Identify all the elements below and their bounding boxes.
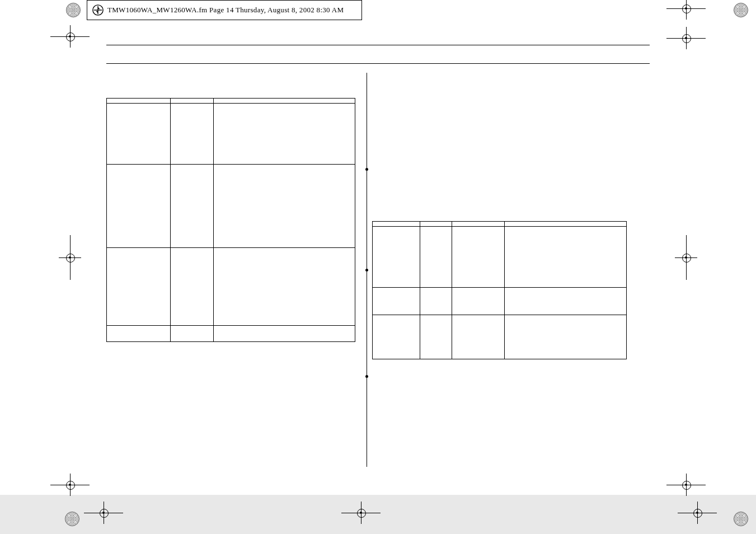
cell	[420, 315, 452, 359]
cell	[107, 248, 171, 326]
cell	[107, 165, 171, 248]
registration-mark-icon	[50, 25, 90, 48]
cell	[171, 326, 214, 342]
filename-text: TMW1060WA_MW1260WA.fm Page 14 Thursday, …	[107, 6, 344, 15]
registration-mark-icon	[341, 502, 381, 524]
cell	[214, 248, 355, 326]
registration-mark-icon	[50, 474, 90, 496]
cell	[171, 165, 214, 248]
bullet-icon	[365, 375, 368, 378]
document-filename-box: TMW1060WA_MW1260WA.fm Page 14 Thursday, …	[87, 0, 362, 20]
registration-disc-icon	[734, 512, 748, 526]
registration-disc-icon	[65, 512, 79, 526]
registration-mark-icon	[678, 502, 717, 524]
page-top-rule-thin	[106, 63, 650, 64]
cell	[452, 288, 505, 315]
table-row	[107, 104, 355, 165]
cell	[214, 326, 355, 342]
left-th-3	[214, 99, 355, 104]
cell	[452, 315, 505, 359]
cell	[505, 288, 627, 315]
table-row	[107, 326, 355, 342]
cell	[505, 227, 627, 288]
column-divider	[367, 73, 367, 467]
table-row	[373, 288, 627, 315]
page-top-rule	[106, 45, 650, 45]
bullet-icon	[365, 269, 368, 271]
cell	[171, 104, 214, 165]
registration-mark-icon	[84, 502, 123, 524]
cell	[452, 227, 505, 288]
right-th-4	[505, 222, 627, 227]
left-th-1	[107, 99, 171, 104]
side-registration-mark-icon	[56, 235, 84, 280]
cell	[107, 326, 171, 342]
right-th-3	[452, 222, 505, 227]
bullet-icon	[365, 168, 368, 171]
table-row	[373, 315, 627, 359]
right-table	[372, 221, 627, 359]
cell	[373, 288, 420, 315]
cell	[420, 288, 452, 315]
cell	[505, 315, 627, 359]
page-arrow-icon	[92, 4, 104, 16]
cell	[373, 227, 420, 288]
table-row	[107, 165, 355, 248]
side-registration-mark-icon	[672, 235, 700, 280]
registration-mark-icon	[666, 0, 706, 20]
cell	[214, 104, 355, 165]
registration-disc-icon	[66, 3, 81, 17]
registration-mark-icon	[666, 474, 706, 496]
right-th-2	[420, 222, 452, 227]
cell	[214, 165, 355, 248]
left-th-2	[171, 99, 214, 104]
cell	[171, 248, 214, 326]
cell	[373, 315, 420, 359]
left-table	[106, 98, 355, 342]
cell	[420, 227, 452, 288]
cell	[107, 104, 171, 165]
table-row	[107, 248, 355, 326]
right-th-1	[373, 222, 420, 227]
table-row	[373, 227, 627, 288]
registration-mark-icon	[666, 27, 706, 49]
registration-disc-icon	[734, 3, 748, 17]
